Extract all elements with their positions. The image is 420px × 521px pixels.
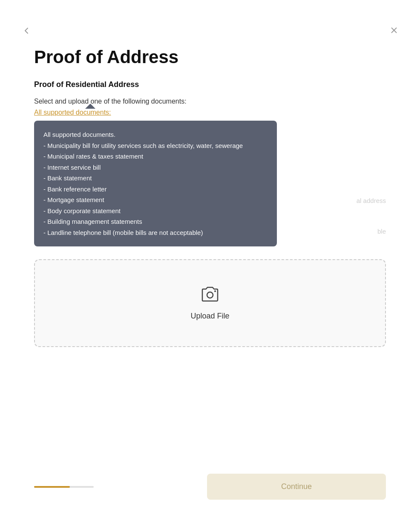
tooltip-item-4: - Bank reference letter: [43, 184, 268, 195]
tooltip-item-6: - Body corporate statement: [43, 206, 268, 217]
bg-text-line1: al address: [357, 197, 386, 204]
page-container: Proof of Address Proof of Residential Ad…: [0, 0, 420, 521]
tooltip-item-1: - Municipal rates & taxes statement: [43, 151, 268, 162]
tooltip-item-3: - Bank statement: [43, 173, 268, 184]
progress-bar: [34, 486, 94, 488]
progress-bar-fill: [34, 486, 70, 488]
upload-area[interactable]: Upload File: [34, 259, 386, 347]
tooltip-item-5: - Mortgage statement: [43, 194, 268, 206]
tooltip-item-0: - Municipality bill for utility services…: [43, 140, 268, 151]
svg-point-2: [207, 292, 213, 298]
tooltip-arrow: [85, 104, 95, 109]
back-button[interactable]: [21, 26, 32, 38]
svg-point-3: [214, 290, 216, 292]
tooltip-item-7: - Building management statements: [43, 216, 268, 227]
continue-button[interactable]: Continue: [207, 474, 386, 500]
tooltip-header: All supported documents.: [43, 129, 268, 140]
section-title: Proof of Residential Address: [34, 80, 386, 89]
supported-docs-link[interactable]: All supported documents:: [34, 109, 111, 116]
tooltip-item-8: - Landline telephone bill (mobile bills …: [43, 227, 268, 238]
close-button[interactable]: [389, 26, 399, 38]
tooltip-box: All supported documents. - Municipality …: [34, 121, 277, 246]
tooltip-container: All supported documents: All supported d…: [34, 109, 277, 246]
footer: Continue: [34, 474, 386, 500]
page-title: Proof of Address: [34, 47, 386, 67]
bg-text-line2: ble: [377, 228, 386, 235]
tooltip-item-2: - Internet service bill: [43, 162, 268, 173]
upload-label: Upload File: [52, 312, 368, 321]
camera-icon: [52, 286, 368, 307]
